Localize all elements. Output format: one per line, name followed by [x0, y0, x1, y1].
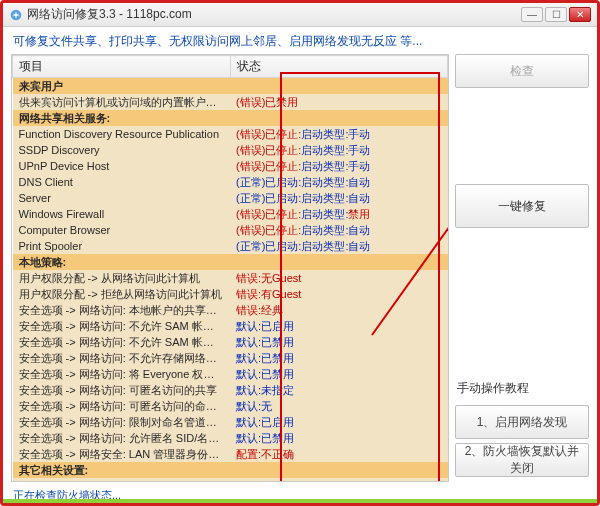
section-header: 来宾用户	[13, 78, 448, 95]
table-row[interactable]: Function Discovery Resource Publication(…	[13, 126, 448, 142]
row-label: 安全选项 -> 网络访问: 将 Everyone 权限应用于匿名用户	[13, 366, 231, 382]
row-status: 默认:已启用	[230, 414, 448, 430]
minimize-button[interactable]: —	[521, 7, 543, 22]
row-status: 默认:已禁用	[230, 366, 448, 382]
row-status: 错误:有Guest	[230, 286, 448, 302]
row-label: 安全选项 -> 网络访问: 可匿名访问的共享	[13, 382, 231, 398]
maximize-button[interactable]: ☐	[545, 7, 567, 22]
row-label: SSDP Discovery	[13, 142, 231, 158]
row-status: (错误)已停止:启动类型:手动	[230, 142, 448, 158]
table-row[interactable]: 安全选项 -> 网络访问: 允许匿名 SID/名称转换默认:已禁用	[13, 430, 448, 446]
table-row[interactable]: Windows Firewall(错误)已停止:启动类型:禁用	[13, 206, 448, 222]
table-row[interactable]: Server(正常)已启动:启动类型:自动	[13, 190, 448, 206]
table-row[interactable]: SSDP Discovery(错误)已停止:启动类型:手动	[13, 142, 448, 158]
row-label: UPnP Device Host	[13, 158, 231, 174]
row-status: 配置:不正确	[230, 446, 448, 462]
app-window: 网络访问修复3.3 - 1118pc.com — ☐ ✕ 可修复文件共享、打印共…	[0, 0, 600, 506]
section-header: 本地策略:	[13, 254, 448, 270]
row-status: (正常)IPC$打开	[230, 478, 448, 482]
table-row[interactable]: 安全选项 -> 网络访问: 限制对命名管道和共享的匿名访问默认:已启用	[13, 414, 448, 430]
row-label: Function Discovery Resource Publication	[13, 126, 231, 142]
fix-button[interactable]: 一键修复	[455, 184, 589, 228]
progress-bar	[3, 499, 597, 503]
row-status: (错误)已停止:启动类型:自动	[230, 222, 448, 238]
row-label: Windows Firewall	[13, 206, 231, 222]
table-row[interactable]: 安全选项 -> 网络访问: 可匿名访问的共享默认:未指定	[13, 382, 448, 398]
row-status: 默认:已禁用	[230, 334, 448, 350]
row-label: Computer Browser	[13, 222, 231, 238]
row-status: (正常)已启动:启动类型:自动	[230, 190, 448, 206]
row-label: 安全选项 -> 网络访问: 允许匿名 SID/名称转换	[13, 430, 231, 446]
table-row[interactable]: IPC$命名管道(正常)IPC$打开	[13, 478, 448, 482]
section-header: 网络共享相关服务:	[13, 110, 448, 126]
row-status: (错误)已停止:启动类型:禁用	[230, 206, 448, 222]
section-header: 其它相关设置:	[13, 462, 448, 478]
table-row[interactable]: DNS Client(正常)已启动:启动类型:自动	[13, 174, 448, 190]
row-status: (错误)已停止:启动类型:手动	[230, 126, 448, 142]
app-icon	[9, 8, 23, 22]
row-status: 默认:已启用	[230, 318, 448, 334]
table-row[interactable]: 供来宾访问计算机或访问域的内置帐户Guest(错误)已禁用	[13, 94, 448, 110]
row-label: 用户权限分配 -> 拒绝从网络访问此计算机	[13, 286, 231, 302]
row-label: 安全选项 -> 网络访问: 不允许 SAM 帐户的匿名枚举	[13, 318, 231, 334]
table-row[interactable]: 安全选项 -> 网络访问: 将 Everyone 权限应用于匿名用户默认:已禁用	[13, 366, 448, 382]
row-status: (正常)已启动:启动类型:自动	[230, 238, 448, 254]
row-label: 用户权限分配 -> 从网络访问此计算机	[13, 270, 231, 286]
results-table: 项目 状态 来宾用户供来宾访问计算机或访问域的内置帐户Guest(错误)已禁用网…	[12, 55, 448, 482]
row-status: 默认:已禁用	[230, 430, 448, 446]
content-area: 项目 状态 来宾用户供来宾访问计算机或访问域的内置帐户Guest(错误)已禁用网…	[3, 54, 597, 486]
row-status: 默认:未指定	[230, 382, 448, 398]
row-status: 默认:无	[230, 398, 448, 414]
row-label: 供来宾访问计算机或访问域的内置帐户Guest	[13, 94, 231, 110]
row-status: 错误:经典	[230, 302, 448, 318]
row-label: 安全选项 -> 网络访问: 不允许存储网络身份验证的密码和凭据	[13, 350, 231, 366]
table-row[interactable]: Print Spooler(正常)已启动:启动类型:自动	[13, 238, 448, 254]
title-bar: 网络访问修复3.3 - 1118pc.com — ☐ ✕	[3, 3, 597, 27]
table-row[interactable]: Computer Browser(错误)已停止:启动类型:自动	[13, 222, 448, 238]
results-table-wrap: 项目 状态 来宾用户供来宾访问计算机或访问域的内置帐户Guest(错误)已禁用网…	[11, 54, 449, 482]
table-row[interactable]: 安全选项 -> 网络访问: 不允许 SAM 帐户的匿名枚举默认:已启用	[13, 318, 448, 334]
table-row[interactable]: UPnP Device Host(错误)已停止:启动类型:手动	[13, 158, 448, 174]
row-label: 安全选项 -> 网络安全: LAN 管理器身份验证级别	[13, 446, 231, 462]
table-row[interactable]: 用户权限分配 -> 从网络访问此计算机错误:无Guest	[13, 270, 448, 286]
table-row[interactable]: 安全选项 -> 网络访问: 不允许存储网络身份验证的密码和凭据默认:已禁用	[13, 350, 448, 366]
row-label: IPC$命名管道	[13, 478, 231, 482]
row-label: 安全选项 -> 网络访问: 限制对命名管道和共享的匿名访问	[13, 414, 231, 430]
tutorial-2-button[interactable]: 2、防火墙恢复默认并关闭	[455, 443, 589, 477]
table-row[interactable]: 安全选项 -> 网络访问: 可匿名访问的命名管道默认:无	[13, 398, 448, 414]
sidebar: 检查 一键修复 手动操作教程 1、启用网络发现 2、防火墙恢复默认并关闭	[455, 54, 589, 482]
row-status: (错误)已禁用	[230, 94, 448, 110]
col-item[interactable]: 项目	[13, 56, 231, 78]
row-status: 默认:已禁用	[230, 350, 448, 366]
table-row[interactable]: 安全选项 -> 网络访问: 不允许 SAM 帐户和共享的匿名枚举默认:已禁用	[13, 334, 448, 350]
tutorial-header: 手动操作教程	[455, 376, 589, 401]
banner-text: 可修复文件共享、打印共享、无权限访问网上邻居、启用网络发现无反应 等...	[3, 27, 597, 54]
row-status: (正常)已启动:启动类型:自动	[230, 174, 448, 190]
row-status: (错误)已停止:启动类型:手动	[230, 158, 448, 174]
close-button[interactable]: ✕	[569, 7, 591, 22]
row-status: 错误:无Guest	[230, 270, 448, 286]
col-status[interactable]: 状态	[230, 56, 448, 78]
row-label: DNS Client	[13, 174, 231, 190]
table-row[interactable]: 安全选项 -> 网络访问: 本地帐户的共享和安全模型错误:经典	[13, 302, 448, 318]
window-title: 网络访问修复3.3 - 1118pc.com	[27, 6, 519, 23]
table-row[interactable]: 安全选项 -> 网络安全: LAN 管理器身份验证级别配置:不正确	[13, 446, 448, 462]
row-label: 安全选项 -> 网络访问: 可匿名访问的命名管道	[13, 398, 231, 414]
row-label: Server	[13, 190, 231, 206]
row-label: Print Spooler	[13, 238, 231, 254]
row-label: 安全选项 -> 网络访问: 不允许 SAM 帐户和共享的匿名枚举	[13, 334, 231, 350]
table-row[interactable]: 用户权限分配 -> 拒绝从网络访问此计算机错误:有Guest	[13, 286, 448, 302]
tutorial-1-button[interactable]: 1、启用网络发现	[455, 405, 589, 439]
check-button[interactable]: 检查	[455, 54, 589, 88]
row-label: 安全选项 -> 网络访问: 本地帐户的共享和安全模型	[13, 302, 231, 318]
